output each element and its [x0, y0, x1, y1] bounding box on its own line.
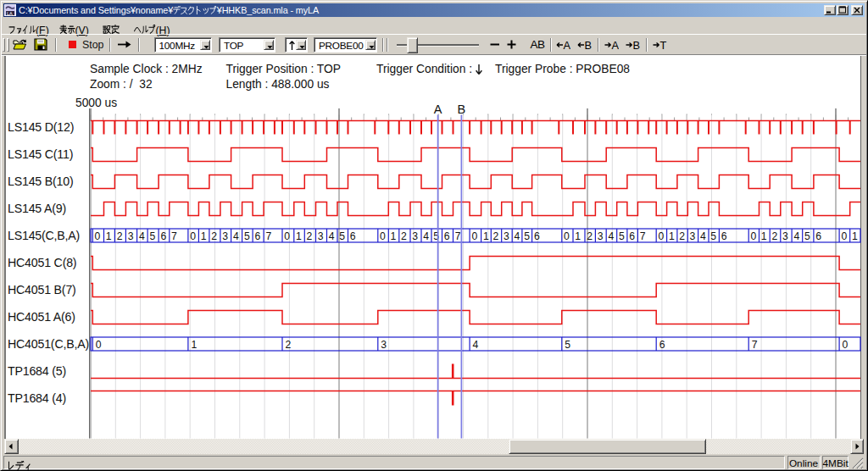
svg-text:HC4051 B(7): HC4051 B(7): [8, 283, 76, 296]
svg-text:2: 2: [211, 230, 217, 242]
svg-text:6: 6: [350, 230, 356, 242]
svg-text:A: A: [434, 103, 442, 116]
svg-text:1: 1: [391, 230, 397, 242]
svg-text:1: 1: [483, 230, 489, 242]
svg-text:2: 2: [307, 230, 313, 242]
svg-text:6: 6: [629, 230, 635, 242]
svg-text:1: 1: [669, 230, 675, 242]
svg-text:7: 7: [265, 230, 271, 242]
svg-text:6: 6: [815, 230, 821, 242]
svg-text:0: 0: [841, 230, 847, 242]
svg-text:0: 0: [659, 230, 665, 242]
svg-text:TP1684 (4): TP1684 (4): [8, 391, 66, 405]
svg-text:2: 2: [286, 339, 292, 351]
svg-text:Trigger Position : TOP: Trigger Position : TOP: [226, 63, 341, 75]
svg-text:6: 6: [444, 230, 450, 242]
svg-text:HC4051 A(6): HC4051 A(6): [8, 310, 75, 324]
svg-text:3: 3: [318, 230, 324, 242]
svg-text:LS145 B(10): LS145 B(10): [8, 175, 73, 188]
svg-text:Length : 488.000 us: Length : 488.000 us: [226, 78, 330, 91]
svg-text:1: 1: [761, 230, 767, 242]
svg-text:LS145 C(11): LS145 C(11): [8, 147, 73, 161]
svg-text:0: 0: [751, 230, 757, 242]
svg-text:Trigger Condition :: Trigger Condition :: [376, 63, 472, 75]
svg-text:B: B: [458, 103, 466, 116]
svg-text:7: 7: [640, 230, 646, 242]
svg-text:7: 7: [171, 230, 177, 242]
svg-text:3: 3: [782, 230, 788, 242]
svg-text:6: 6: [659, 339, 665, 351]
svg-text:7: 7: [752, 339, 758, 351]
svg-text:6: 6: [254, 230, 260, 242]
svg-text:Zoom : / 32: Zoom : / 32: [90, 78, 153, 91]
svg-text:5: 5: [244, 230, 250, 242]
svg-text:2: 2: [772, 230, 778, 242]
svg-text:4: 4: [329, 230, 335, 242]
svg-text:0: 0: [564, 230, 570, 242]
svg-text:4: 4: [793, 230, 799, 242]
svg-text:0: 0: [843, 339, 849, 351]
svg-text:3: 3: [128, 230, 134, 242]
svg-text:4: 4: [139, 230, 145, 242]
svg-text:2: 2: [401, 230, 407, 242]
svg-text:5: 5: [149, 230, 155, 242]
svg-text:TP1684 (5): TP1684 (5): [8, 364, 66, 378]
svg-text:2: 2: [679, 230, 685, 242]
svg-text:6: 6: [534, 230, 540, 242]
svg-text:2: 2: [493, 230, 499, 242]
svg-text:HC4051(C,B,A): HC4051(C,B,A): [8, 337, 89, 351]
svg-text:1: 1: [201, 230, 207, 242]
svg-text:5: 5: [339, 230, 345, 242]
svg-text:0: 0: [380, 230, 386, 242]
svg-text:6: 6: [160, 230, 166, 242]
svg-text:3: 3: [381, 339, 387, 351]
svg-text:Trigger Probe : PROBE08: Trigger Probe : PROBE08: [495, 63, 630, 75]
svg-text:2: 2: [587, 230, 593, 242]
svg-text:4: 4: [233, 230, 239, 242]
svg-text:LS145 A(9): LS145 A(9): [8, 202, 66, 215]
svg-text:3: 3: [412, 230, 418, 242]
svg-text:HC4051 C(8): HC4051 C(8): [8, 256, 76, 269]
svg-text:3: 3: [690, 230, 696, 242]
svg-text:0: 0: [471, 230, 477, 242]
svg-text:5: 5: [804, 230, 810, 242]
svg-text:4: 4: [423, 230, 429, 242]
svg-text:3: 3: [222, 230, 228, 242]
svg-text:1: 1: [852, 230, 858, 242]
svg-text:3: 3: [598, 230, 604, 242]
svg-text:0: 0: [190, 230, 196, 242]
svg-text:5: 5: [524, 230, 530, 242]
svg-text:2: 2: [117, 230, 123, 242]
svg-text:4: 4: [515, 230, 520, 242]
svg-text:0: 0: [95, 230, 101, 242]
svg-text:3: 3: [504, 230, 509, 242]
svg-text:5000 us: 5000 us: [75, 97, 117, 109]
svg-text:4: 4: [609, 230, 615, 242]
svg-text:0: 0: [96, 339, 102, 351]
svg-text:4: 4: [700, 230, 706, 242]
svg-text:LS145 D(12): LS145 D(12): [8, 120, 74, 134]
svg-text:Sample Clock : 2MHz: Sample Clock : 2MHz: [90, 63, 203, 75]
svg-text:LS145(C,B,A): LS145(C,B,A): [8, 229, 80, 242]
svg-text:0: 0: [284, 230, 290, 242]
svg-text:7: 7: [455, 230, 461, 242]
svg-text:5: 5: [710, 230, 716, 242]
svg-text:5: 5: [619, 230, 625, 242]
svg-text:1: 1: [575, 230, 581, 242]
svg-text:4: 4: [473, 339, 479, 351]
svg-text:5: 5: [565, 339, 570, 351]
svg-text:1: 1: [106, 230, 112, 242]
svg-text:1: 1: [191, 339, 197, 351]
svg-text:1: 1: [296, 230, 302, 242]
svg-text:6: 6: [721, 230, 727, 242]
